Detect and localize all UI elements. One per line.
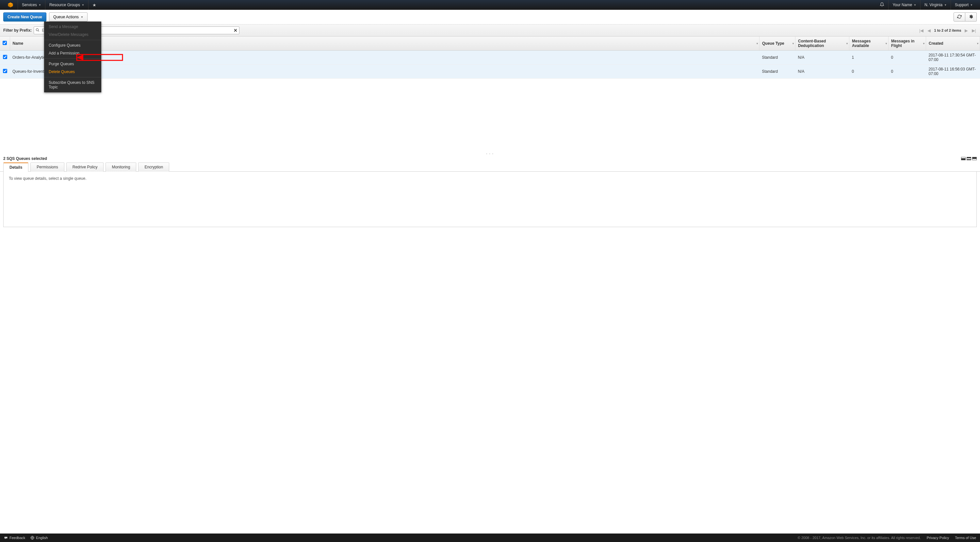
nav-account[interactable]: Your Name ▼ [888,0,920,10]
tab-details[interactable]: Details [3,163,29,172]
menu-separator [44,59,101,59]
chevron-down-icon: ▼ [82,3,84,6]
menu-view-delete-messages: View/Delete Messages [44,31,101,38]
col-cbd[interactable]: Content-Based Deduplication▾ [795,36,850,51]
nav-label: Resource Groups [49,3,80,7]
cell-flight: 0 [889,65,926,79]
queue-actions-button[interactable]: Queue Actions ▼ [49,13,88,22]
cell-name: Queues-for-Inventory [10,65,759,79]
cell-flight: 0 [889,51,926,65]
col-name[interactable]: Name▾ [10,36,759,51]
nav-resource-groups[interactable]: Resource Groups ▼ [45,0,88,10]
table-row[interactable]: Orders-for-AnalyticsStandardN/A102017-08… [0,51,980,65]
bell-icon [880,2,884,8]
gear-icon [969,14,973,20]
pin-icon: ★ [92,3,96,8]
menu-subscribe-sns[interactable]: Subscribe Queues to SNS Topic [44,79,101,91]
tab-encryption[interactable]: Encryption [138,163,169,172]
tab-redrive[interactable]: Redrive Policy [66,163,104,172]
nav-label: Your Name [892,3,912,7]
table-scroll[interactable]: Name▾ Queue Type▾ Content-Based Deduplic… [0,36,980,152]
sort-icon: ▾ [977,42,978,45]
layout-split[interactable] [967,157,971,160]
detail-tabs: Details Permissions Redrive Policy Monit… [0,162,980,172]
nav-pin[interactable]: ★ [88,0,100,10]
cell-created: 2017-08-11 16:56:03 GMT-07:00 [926,65,980,79]
refresh-button[interactable] [953,13,965,22]
refresh-icon [957,14,962,20]
cube-icon [7,2,14,8]
pager-next[interactable]: ▶ [964,28,969,33]
pager-last[interactable]: ▶| [971,28,977,33]
cell-queue-type: Standard [759,51,795,65]
cell-cbd: N/A [795,51,850,65]
button-label: Queue Actions [53,15,79,19]
menu-delete-queues[interactable]: Delete Queues [44,68,101,76]
cell-avail: 0 [850,65,889,79]
nav-label: Support [955,3,969,7]
cell-cbd: N/A [795,65,850,79]
col-created[interactable]: Created▾ [926,36,980,51]
layout-switcher [961,157,977,160]
selection-summary: 2 SQS Queues selected [3,156,47,161]
col-msgs-avail[interactable]: Messages Available▾ [850,36,889,51]
pager: |◀ ◀ 1 to 2 of 2 items ▶ ▶| [919,28,977,33]
filter-label: Filter by Prefix: [3,28,32,33]
menu-configure-queues[interactable]: Configure Queues [44,41,101,49]
pager-first[interactable]: |◀ [919,28,924,33]
col-msgs-flight[interactable]: Messages in Flight▾ [889,36,926,51]
menu-separator [44,40,101,40]
global-nav: Services ▼ Resource Groups ▼ ★ Your Name… [0,0,980,10]
search-icon [36,28,40,33]
detail-message: To view queue details, select a single q… [9,176,87,181]
layout-top[interactable] [961,157,966,160]
menu-purge-queues[interactable]: Purge Queues [44,60,101,68]
pager-prev[interactable]: ◀ [927,28,931,33]
sort-icon: ▾ [757,42,758,45]
col-queue-type[interactable]: Queue Type▾ [759,36,795,51]
row-checkbox[interactable] [3,55,7,59]
table-row[interactable]: Queues-for-InventoryStandardN/A002017-08… [0,65,980,79]
menu-send-message: Send a Message [44,23,101,31]
nav-notifications[interactable] [876,0,888,10]
nav-region[interactable]: N. Virginia ▼ [920,0,951,10]
select-all-checkbox[interactable] [3,41,7,45]
create-queue-button[interactable]: Create New Queue [3,13,46,22]
detail-header: 2 SQS Queues selected [0,155,980,161]
sort-icon: ▾ [792,42,794,45]
sort-icon: ▾ [923,42,924,45]
global-nav-left: Services ▼ Resource Groups ▼ ★ [3,0,100,10]
row-checkbox[interactable] [3,69,7,73]
col-select-all [0,36,10,51]
settings-button[interactable] [965,13,977,22]
filter-bar: Filter by Prefix: ✕ |◀ ◀ 1 to 2 of 2 ite… [0,24,980,36]
svg-line-6 [38,30,39,31]
panel-splitter[interactable]: ● ● ● [0,152,980,155]
chevron-down-icon: ▼ [38,3,41,6]
tab-permissions[interactable]: Permissions [30,163,64,172]
layout-bottom[interactable] [972,157,977,160]
button-label: Create New Queue [8,15,42,19]
nav-label: Services [22,3,37,7]
menu-add-permission[interactable]: Add a Permission [44,49,101,57]
queues-table: Name▾ Queue Type▾ Content-Based Deduplic… [0,36,980,79]
action-bar: Create New Queue Queue Actions ▼ Send a … [0,10,980,24]
clear-filter-button[interactable]: ✕ [234,28,237,33]
global-nav-right: Your Name ▼ N. Virginia ▼ Support ▼ [876,0,977,10]
cell-queue-type: Standard [759,65,795,79]
nav-label: N. Virginia [924,3,942,7]
chevron-down-icon: ▼ [81,16,83,19]
nav-support[interactable]: Support ▼ [951,0,977,10]
tab-monitoring[interactable]: Monitoring [105,163,136,172]
cell-avail: 1 [850,51,889,65]
aws-logo[interactable] [3,0,18,10]
cell-created: 2017-08-11 17:30:54 GMT-07:00 [926,51,980,65]
chevron-down-icon: ▼ [914,3,916,6]
chevron-down-icon: ▼ [970,3,973,6]
queue-actions-menu: Send a Message View/Delete Messages Conf… [44,22,101,92]
cell-name: Orders-for-Analytics [10,51,759,65]
nav-services[interactable]: Services ▼ [18,0,45,10]
pager-text: 1 to 2 of 2 items [934,29,961,32]
svg-point-5 [36,29,38,31]
sort-icon: ▾ [846,42,848,45]
